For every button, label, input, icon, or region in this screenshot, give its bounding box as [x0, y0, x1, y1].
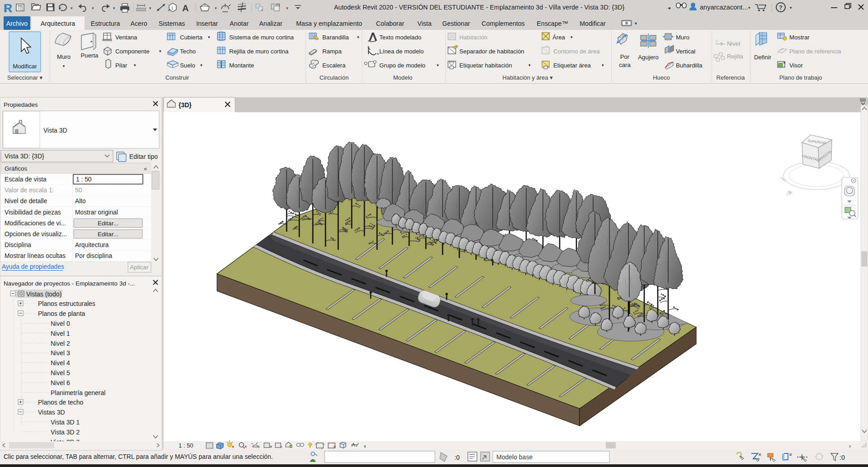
svg-text:Arquitectura: Arquitectura	[41, 20, 75, 27]
svg-text:«: «	[144, 165, 147, 172]
svg-text:Arquitectura: Arquitectura	[75, 242, 109, 248]
svg-text:50: 50	[75, 187, 82, 194]
svg-text:Planos estructurales: Planos estructurales	[38, 300, 95, 307]
svg-text:Masa y emplazamiento: Masa y emplazamiento	[296, 20, 362, 27]
svg-text:1 : 50: 1 : 50	[179, 442, 193, 449]
svg-text:‹: ‹	[364, 443, 366, 449]
svg-text:Montante: Montante	[229, 62, 254, 69]
svg-text:Nivel de detalle: Nivel de detalle	[5, 198, 47, 205]
svg-text:Vista 3D: Vista 3D	[43, 127, 67, 134]
svg-text:Nivel 1: Nivel 1	[51, 330, 70, 337]
svg-text:Insertar: Insertar	[196, 20, 218, 27]
svg-text:Componente: Componente	[115, 48, 150, 55]
svg-text:Plano de trabajo: Plano de trabajo	[779, 74, 822, 81]
svg-text:Hueco: Hueco	[653, 74, 670, 81]
svg-text:▾: ▾	[357, 35, 359, 39]
svg-text:✕: ✕	[231, 445, 235, 449]
svg-text:Circulación: Circulación	[320, 74, 349, 81]
svg-text:Gestionar: Gestionar	[442, 20, 470, 27]
svg-text:cara: cara	[619, 62, 631, 68]
svg-text:Editar...: Editar...	[98, 231, 118, 238]
svg-text:Buhardilla: Buhardilla	[676, 62, 703, 69]
svg-text:Planos de techo: Planos de techo	[38, 399, 84, 406]
svg-text:Muro: Muro	[676, 34, 689, 41]
svg-text:Puerta: Puerta	[81, 52, 99, 59]
svg-text:Autodesk Revit 2020 - VERSIÓN: Autodesk Revit 2020 - VERSIÓN DEL ESTUDI…	[334, 4, 625, 11]
svg-text:Cubierta: Cubierta	[180, 34, 203, 41]
svg-text:▾: ▾	[215, 6, 217, 10]
svg-text:Grupo de modelo: Grupo de modelo	[379, 62, 425, 69]
svg-text:Nivel 5: Nivel 5	[51, 369, 70, 376]
svg-text:Disciplina: Disciplina	[5, 242, 31, 248]
svg-text:Agujero: Agujero	[638, 54, 658, 61]
svg-text:▾: ▾	[635, 21, 637, 26]
svg-text:Enscape™: Enscape™	[537, 20, 568, 27]
svg-text:Vista 3D: {3D}: Vista 3D: {3D}	[5, 152, 44, 160]
svg-text:Nivel 2: Nivel 2	[51, 340, 70, 347]
svg-text:Suelo: Suelo	[180, 62, 195, 69]
svg-text:Área: Área	[552, 34, 566, 41]
svg-text:Por: Por	[620, 53, 630, 60]
svg-text:Muro: Muro	[57, 53, 71, 60]
svg-text:anyarcazacont...: anyarcazacont...	[700, 4, 748, 11]
svg-text:Habitación: Habitación	[459, 34, 487, 41]
svg-text:Acero: Acero	[130, 20, 147, 27]
svg-text:Planos de planta: Planos de planta	[38, 310, 85, 317]
svg-text:Analizar: Analizar	[259, 20, 283, 27]
svg-text:9: 9	[258, 445, 260, 449]
svg-text:▾: ▾	[571, 35, 573, 39]
svg-text:Visor: Visor	[789, 62, 803, 69]
svg-text:Modificar: Modificar	[13, 63, 37, 70]
svg-text:▾: ▾	[71, 6, 73, 10]
svg-text:Editar tipo: Editar tipo	[129, 153, 158, 160]
svg-text:Definir: Definir	[754, 54, 772, 61]
svg-text:✕: ✕	[269, 445, 273, 449]
svg-text:Seleccionar ▾: Seleccionar ▾	[7, 74, 43, 81]
svg-text::0: :0	[840, 454, 845, 461]
svg-text:✕: ✕	[333, 445, 336, 449]
svg-text:Vertical: Vertical	[676, 48, 695, 55]
svg-text:▾: ▾	[134, 63, 136, 67]
svg-text:Referencia: Referencia	[717, 74, 745, 81]
svg-text:Ayuda de propiedades: Ayuda de propiedades	[2, 263, 64, 270]
svg-text:▾: ▾	[208, 35, 210, 39]
svg-text:✕: ✕	[789, 453, 793, 457]
svg-text:Construir: Construir	[165, 74, 189, 81]
svg-text:Línea de modelo: Línea de modelo	[379, 48, 424, 55]
svg-text:Valor de escala 1:: Valor de escala 1:	[5, 187, 54, 194]
svg-text:✕: ✕	[244, 445, 247, 449]
svg-text:Vista: Vista	[417, 20, 431, 27]
svg-text:Aplicar: Aplicar	[130, 264, 149, 271]
svg-text:Techo: Techo	[180, 48, 196, 55]
svg-text:▾: ▾	[149, 6, 151, 10]
svg-text:›: ›	[849, 443, 851, 449]
svg-text:▾: ▾	[286, 6, 288, 10]
svg-text:Rejilla: Rejilla	[727, 53, 744, 60]
svg-text:Colaborar: Colaborar	[376, 20, 405, 27]
svg-text:Barandilla: Barandilla	[322, 34, 349, 41]
svg-text:Modelo base: Modelo base	[496, 453, 533, 461]
svg-text:9: 9	[280, 445, 283, 449]
svg-text:Escala de vista: Escala de vista	[5, 176, 47, 183]
svg-text:Editar...: Editar...	[98, 220, 118, 227]
svg-text:Anotar: Anotar	[230, 20, 249, 27]
svg-text:Escalera: Escalera	[322, 62, 346, 69]
svg-text:?: ?	[779, 4, 783, 11]
svg-text:▾: ▾	[159, 49, 161, 53]
svg-text:Vista 3D 1: Vista 3D 1	[51, 419, 80, 426]
svg-text:1: 1	[716, 39, 718, 43]
svg-text:Modificar: Modificar	[580, 20, 606, 27]
svg-text:Habitación y área ▾: Habitación y área ▾	[502, 74, 553, 81]
svg-text:Modelo: Modelo	[393, 74, 413, 81]
svg-text:Alto: Alto	[75, 198, 86, 205]
svg-text:Mostrar: Mostrar	[789, 34, 810, 41]
svg-text:{3D}: {3D}	[179, 101, 192, 109]
svg-text:▾: ▾	[92, 6, 94, 10]
svg-text:Rampa: Rampa	[322, 48, 342, 55]
svg-text:Pilar: Pilar	[115, 62, 127, 69]
svg-text:Navegador de proyectos - Empla: Navegador de proyectos - Emplazameinto 3…	[4, 280, 135, 287]
svg-text:▾: ▾	[602, 63, 604, 67]
svg-text:Modificaciones de vi...: Modificaciones de vi...	[5, 220, 66, 227]
svg-text:R: R	[5, 2, 12, 14]
svg-text:Contorno de área: Contorno de área	[553, 48, 600, 55]
